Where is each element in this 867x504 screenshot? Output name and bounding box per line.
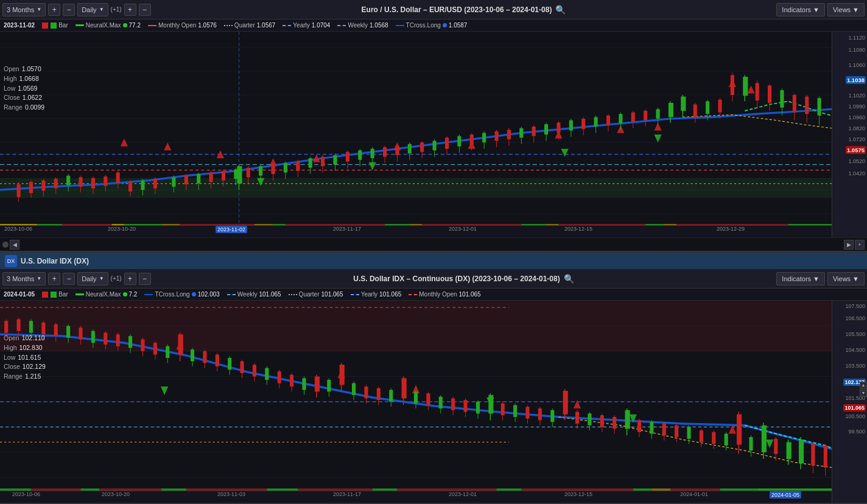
top-views-btn[interactable]: Views ▼ bbox=[827, 3, 865, 16]
top-yearly-label: Yearly bbox=[293, 22, 309, 29]
svg-rect-136 bbox=[656, 109, 660, 119]
top-period-label: 3 Months bbox=[7, 6, 34, 13]
bottom-period-dropdown[interactable]: 3 Months ▼ bbox=[2, 272, 46, 285]
bottom-timeframe-dropdown[interactable]: Daily ▼ bbox=[77, 272, 108, 285]
bottom-chart-title-bar: U.S. Dollar IDX – Continuous (DX) (2023-… bbox=[153, 274, 774, 284]
svg-rect-313 bbox=[662, 424, 666, 435]
svg-rect-301 bbox=[588, 413, 591, 425]
svg-rect-88 bbox=[358, 150, 362, 160]
svg-rect-249 bbox=[265, 368, 269, 380]
svg-rect-255 bbox=[302, 378, 306, 390]
top-period-arrow: ▼ bbox=[37, 7, 41, 12]
top-views-label: Views bbox=[833, 6, 851, 13]
top-open-label: Open bbox=[4, 65, 19, 74]
svg-rect-315 bbox=[675, 425, 678, 437]
bottom-close-label: Close bbox=[4, 362, 20, 372]
bottom-low-val: 101.615 bbox=[18, 353, 41, 363]
bar-green-icon bbox=[51, 23, 57, 29]
svg-rect-64 bbox=[222, 171, 225, 181]
top-search-icon[interactable]: 🔍 bbox=[555, 5, 566, 15]
tcross-dot-icon bbox=[443, 23, 447, 27]
top-indicators-arrow: ▼ bbox=[813, 6, 820, 13]
top-period-plus[interactable]: + bbox=[48, 4, 60, 16]
top-date-3: 2023-11-17 bbox=[333, 226, 361, 232]
bottom-indicators-btn[interactable]: Indicators ▼ bbox=[776, 272, 825, 285]
top-nav-left[interactable]: ◀ bbox=[10, 240, 19, 250]
svg-rect-299 bbox=[575, 412, 579, 424]
bottom-period-plus[interactable]: + bbox=[48, 273, 60, 285]
bottom-legend-date: 2024-01-05 bbox=[4, 291, 35, 298]
bottom-legend-tcross: TCross.Long 102.003 bbox=[144, 291, 219, 298]
top-legend-neural: NeuralX.Max 77.2 bbox=[75, 22, 141, 29]
top-high-val: 1.0668 bbox=[19, 74, 39, 84]
top-close-val: 1.0622 bbox=[23, 93, 42, 103]
bottom-price-995: 99.500 bbox=[848, 429, 865, 435]
svg-rect-138 bbox=[669, 103, 673, 117]
top-main-area: Open 1.0570 High 1.0668 Low 1.0569 Close… bbox=[0, 32, 867, 237]
svg-rect-118 bbox=[544, 124, 548, 135]
bottom-yearly-val: 101.065 bbox=[379, 291, 401, 298]
bottom-date-7: 2024-01-05 bbox=[770, 491, 801, 499]
svg-rect-309 bbox=[637, 420, 641, 432]
svg-rect-146 bbox=[718, 100, 721, 113]
bottom-period-minus[interactable]: − bbox=[63, 273, 75, 285]
svg-rect-303 bbox=[600, 415, 604, 427]
svg-rect-335 bbox=[799, 439, 804, 463]
svg-rect-130 bbox=[619, 114, 622, 124]
top-quarter-val: 1.0567 bbox=[257, 22, 276, 29]
bottom-ohlc-panel: Open 102.110 High 102.830 Low 101.615 Cl… bbox=[4, 334, 46, 382]
scroll-up-btn[interactable]: ▲ bbox=[860, 382, 867, 389]
bottom-offset-plus[interactable]: + bbox=[124, 273, 136, 285]
svg-rect-209 bbox=[17, 319, 21, 331]
bottom-legend-yearly: Yearly 101.065 bbox=[351, 291, 402, 298]
svg-rect-291 bbox=[525, 407, 529, 418]
svg-rect-329 bbox=[762, 425, 767, 452]
top-indicators-btn[interactable]: Indicators ▼ bbox=[776, 3, 825, 16]
top-date-1: 2023-10-20 bbox=[108, 226, 136, 232]
svg-rect-90 bbox=[371, 149, 374, 158]
top-offset-minus[interactable]: − bbox=[139, 4, 151, 16]
svg-rect-76 bbox=[284, 163, 287, 173]
bottom-date-1: 2023-10-20 bbox=[102, 491, 130, 497]
svg-rect-62 bbox=[209, 172, 213, 182]
top-nav-right-arr[interactable]: ▶ bbox=[844, 240, 854, 250]
top-price-1042: 1.0420 bbox=[848, 170, 865, 177]
bottom-neural-dot-icon bbox=[123, 292, 127, 296]
svg-rect-150 bbox=[743, 77, 748, 96]
top-price-1062: 1.0720 bbox=[848, 136, 865, 142]
bottom-offset-minus[interactable]: − bbox=[139, 273, 151, 285]
top-nav-dot[interactable] bbox=[2, 242, 9, 248]
top-nav-expand[interactable]: + bbox=[855, 240, 865, 250]
top-period-dropdown[interactable]: 3 Months ▼ bbox=[2, 3, 46, 16]
bottom-search-icon[interactable]: 🔍 bbox=[564, 274, 574, 284]
svg-rect-207 bbox=[4, 321, 8, 332]
scroll-down-btn[interactable]: ▼ bbox=[860, 390, 867, 397]
top-offset-plus[interactable]: + bbox=[124, 4, 136, 16]
top-low-val: 1.0569 bbox=[18, 84, 37, 94]
top-nav-right: ▶ + bbox=[844, 240, 865, 250]
top-legend-yearly: Yearly 1.0704 bbox=[283, 22, 330, 29]
svg-rect-261 bbox=[340, 365, 345, 385]
bottom-bar-green-icon bbox=[51, 292, 57, 298]
bottom-price-1065: 106.500 bbox=[845, 315, 865, 321]
svg-rect-325 bbox=[737, 415, 742, 445]
svg-rect-217 bbox=[66, 326, 70, 338]
neural-dot-icon bbox=[123, 23, 127, 27]
svg-rect-307 bbox=[625, 410, 630, 429]
top-timeframe-dropdown[interactable]: Daily ▼ bbox=[77, 3, 108, 16]
top-legend-bar: Bar bbox=[42, 22, 68, 29]
bottom-high-val: 102.830 bbox=[19, 343, 43, 353]
svg-rect-239 bbox=[203, 351, 206, 363]
svg-rect-124 bbox=[581, 119, 585, 129]
svg-rect-148 bbox=[731, 75, 734, 96]
top-period-minus[interactable]: − bbox=[63, 4, 75, 16]
svg-rect-311 bbox=[650, 422, 653, 433]
bottom-monthly-label: Monthly Open bbox=[419, 291, 457, 298]
bottom-price-1005: 100.500 bbox=[845, 413, 865, 419]
svg-rect-279 bbox=[451, 398, 455, 410]
top-y-axis: 1.1120 1.1090 1.1060 1.1038 1.1020 1.099… bbox=[832, 32, 867, 237]
bottom-legend-neural: NeuralX.Max 7.2 bbox=[75, 291, 138, 298]
top-price-1082: 1.1060 bbox=[848, 62, 865, 68]
svg-rect-18 bbox=[29, 182, 33, 193]
bottom-views-btn[interactable]: Views ▼ bbox=[827, 272, 865, 285]
